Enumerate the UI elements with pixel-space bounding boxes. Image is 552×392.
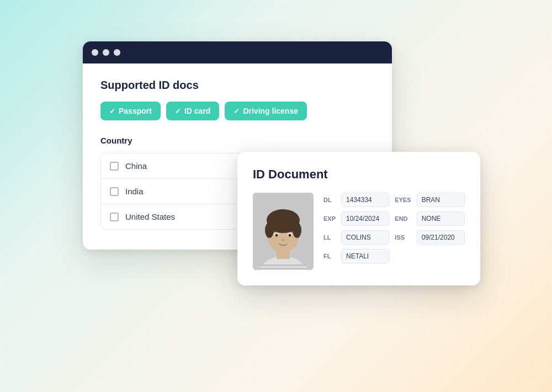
id-card-body: DL 1434334 EYES BRAN EXP 10/24/2024 END … [253,193,465,270]
label-ll: LL [323,234,336,241]
badge-driving-license-label: Driving license [243,107,298,115]
id-card: ID Document [237,152,480,285]
badge-id-card[interactable]: ✓ ID card [166,102,219,120]
value-ll: COLINS [341,230,389,245]
checkbox-china[interactable] [110,162,119,171]
svg-point-18 [282,239,285,241]
value-dl: 1434334 [341,193,389,207]
country-label: Country [100,136,374,145]
svg-rect-13 [293,221,299,232]
doc-types: ✓ Passport ✓ ID card ✓ Driving license [100,102,374,120]
check-icon-id-card: ✓ [175,107,181,115]
scene: Supported ID docs ✓ Passport ✓ ID card ✓… [83,41,469,351]
country-name-india: India [125,187,144,196]
section-title: Supported ID docs [100,79,374,92]
label-iss: ISS [395,234,411,241]
check-icon-driving-license: ✓ [233,107,240,115]
svg-rect-3 [260,264,306,266]
badge-id-card-label: ID card [184,107,210,115]
label-end: END [395,215,411,222]
checkbox-india[interactable] [110,187,119,196]
value-end: NONE [417,211,465,226]
svg-rect-4 [260,268,306,269]
svg-point-17 [289,234,291,237]
value-iss: 09/21/2020 [417,230,465,245]
id-photo [253,193,314,270]
value-exp: 10/24/2024 [341,211,389,226]
id-fields: DL 1434334 EYES BRAN EXP 10/24/2024 END … [323,193,465,263]
svg-point-16 [275,234,278,237]
value-eyes: BRAN [417,193,465,207]
value-fl: NETALI [341,249,389,263]
window-dot-2 [103,49,109,56]
badge-passport-label: Passport [119,107,152,115]
label-exp: EXP [323,215,336,222]
checkbox-us[interactable] [110,213,119,221]
country-name-us: United States [125,212,175,221]
svg-rect-12 [268,221,273,232]
window-dot-3 [114,49,120,56]
label-eyes: EYES [395,197,411,203]
window-dot-1 [92,49,98,56]
check-icon-passport: ✓ [109,107,115,115]
badge-passport[interactable]: ✓ Passport [100,102,161,120]
label-fl: FL [323,253,336,259]
badge-driving-license[interactable]: ✓ Driving license [225,102,307,120]
country-name-china: China [125,161,147,171]
id-card-title: ID Document [253,167,465,182]
label-dl: DL [323,197,336,203]
browser-titlebar [83,41,392,63]
